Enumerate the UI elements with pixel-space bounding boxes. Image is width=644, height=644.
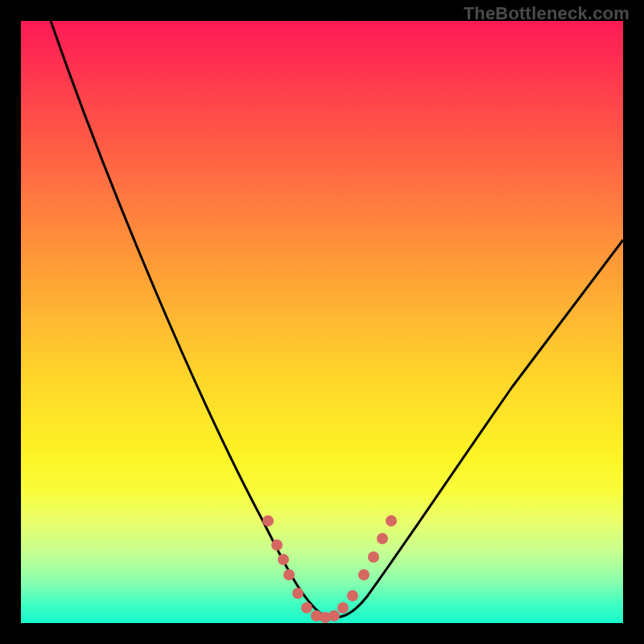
- marker-group: [262, 515, 397, 623]
- chart-frame: TheBottleneck.com: [0, 0, 644, 644]
- svg-point-5: [301, 602, 312, 613]
- svg-point-2: [278, 554, 289, 565]
- curve-layer: [21, 21, 623, 623]
- svg-point-11: [358, 569, 369, 580]
- svg-point-10: [347, 590, 358, 601]
- svg-point-12: [368, 551, 379, 563]
- svg-point-13: [377, 533, 388, 544]
- svg-point-4: [292, 588, 303, 599]
- svg-point-3: [283, 569, 295, 580]
- svg-point-0: [262, 515, 274, 526]
- svg-point-8: [328, 610, 340, 621]
- watermark-text: TheBottleneck.com: [464, 3, 630, 24]
- svg-point-1: [271, 539, 283, 551]
- bottleneck-curve: [51, 21, 623, 617]
- plot-area: [21, 21, 623, 623]
- svg-point-14: [386, 515, 397, 526]
- svg-point-9: [337, 602, 349, 613]
